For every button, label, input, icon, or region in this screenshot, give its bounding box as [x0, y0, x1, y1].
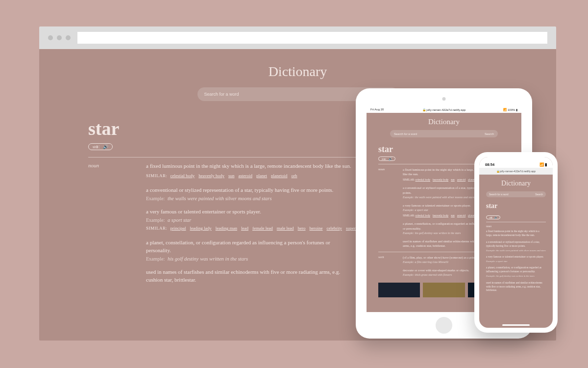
similar-tag[interactable]: heroine	[309, 226, 322, 231]
site-title: Dictionary	[88, 64, 507, 79]
status-battery: 📶 100% ▮	[503, 108, 517, 111]
minimize-icon[interactable]	[57, 35, 62, 40]
phonetic-pill[interactable]: stɑː 🔊	[486, 215, 500, 219]
definition-item: used in names of starfishes and similar …	[146, 268, 352, 284]
phone-url-bar[interactable]: 🔒 jolly-raman-422e7d.netlify.app	[479, 168, 553, 175]
search-button[interactable]: Search	[485, 132, 494, 135]
part-of-speech: verb	[378, 255, 388, 281]
definition-item: a fixed luminous point in the night sky …	[146, 162, 352, 180]
similar-row: SIMILAR:celestial bodyheavenly bodysunas…	[146, 172, 352, 180]
definition-list: a fixed luminous point in the night sky …	[486, 230, 546, 292]
definition-item: a fixed luminous point in the night sky …	[486, 230, 546, 237]
phonetic-pill[interactable]: stɑː 🔊	[88, 143, 113, 150]
result-image[interactable]	[423, 283, 465, 297]
tablet-camera-icon	[442, 97, 446, 101]
definition-text: a fixed luminous point in the night sky …	[146, 162, 352, 170]
speaker-icon[interactable]: 🔊	[389, 157, 392, 160]
similar-tag[interactable]: male lead	[277, 226, 294, 231]
search-placeholder: Search for a word	[489, 193, 535, 196]
part-of-speech: noun	[378, 167, 388, 252]
phonetic-pill[interactable]: stɑː 🔊	[378, 157, 395, 161]
similar-tag[interactable]: heavenly body	[198, 173, 224, 178]
definition-item: used in names of starfishes and similar …	[486, 281, 546, 293]
similar-tag[interactable]: asteroid	[239, 173, 253, 178]
home-button[interactable]	[436, 317, 452, 334]
status-date: Fri Aug 20	[370, 108, 384, 111]
example-text: Example: his golf destiny was written in…	[146, 256, 352, 262]
definition-list: a fixed luminous point in the night sky …	[146, 162, 352, 291]
part-of-speech: noun	[88, 162, 107, 291]
example-text: Example: the walls were painted with sil…	[146, 196, 352, 201]
similar-tag[interactable]: planetoid	[271, 173, 288, 178]
similar-tag[interactable]: lead	[241, 226, 248, 231]
home-indicator[interactable]	[502, 324, 530, 326]
browser-chrome	[39, 26, 556, 49]
site-title: Dictionary	[378, 118, 510, 126]
divider	[486, 222, 546, 222]
url-bar[interactable]	[77, 32, 547, 44]
similar-tag[interactable]: celebrity	[326, 226, 342, 231]
similar-tag[interactable]: planet	[256, 173, 267, 178]
similar-tag[interactable]: female lead	[252, 226, 273, 231]
search-bar[interactable]: Search for a word Search	[390, 130, 498, 137]
site-title: Dictionary	[486, 180, 546, 187]
definition-text: used in names of starfishes and similar …	[146, 268, 352, 284]
phone-notch	[499, 152, 533, 161]
definition-item: a very famous or talented entertainer or…	[486, 255, 546, 263]
definition-item: a very famous or talented entertainer or…	[146, 208, 352, 232]
search-placeholder: Search for a word	[394, 132, 485, 135]
definition-text: a very famous or talented entertainer or…	[146, 208, 352, 216]
search-placeholder: Search for a word	[204, 92, 377, 97]
similar-tag[interactable]: orb	[292, 173, 297, 178]
maximize-icon[interactable]	[66, 35, 71, 40]
window-controls	[48, 35, 71, 40]
search-bar[interactable]: Search for a word Search	[486, 191, 546, 197]
phonetic-text: stɑː	[93, 144, 100, 149]
phone-frame: 08:54 📶 ▮ 🔒 jolly-raman-422e7d.netlify.a…	[474, 152, 558, 333]
search-button[interactable]: Search	[535, 193, 543, 196]
similar-tag[interactable]: leading man	[216, 226, 237, 231]
definition-item: a planet, constellation, or configuratio…	[486, 266, 546, 278]
similar-tag[interactable]: sun	[228, 173, 235, 178]
similar-tag[interactable]: principal	[171, 226, 186, 231]
status-time: 08:54	[485, 162, 494, 167]
phone-screen: 08:54 📶 ▮ 🔒 jolly-raman-422e7d.netlify.a…	[479, 157, 553, 328]
similar-tag[interactable]: celestial body	[171, 173, 195, 178]
definition-item: a planet, constellation, or configuratio…	[146, 239, 352, 262]
tablet-status-bar: Fri Aug 20 🔒 jolly-raman-422e7d.netlify.…	[367, 106, 521, 113]
similar-row: SIMILAR:principalleading ladyleading man…	[146, 225, 352, 232]
status-icons: 📶 ▮	[539, 162, 547, 167]
speaker-icon[interactable]: 🔊	[103, 144, 108, 149]
speaker-icon[interactable]: 🔊	[494, 216, 497, 219]
result-image[interactable]	[378, 283, 420, 297]
definition-item: a conventional or stylized representatio…	[146, 186, 352, 201]
similar-tag[interactable]: leading lady	[190, 226, 212, 231]
definition-text: a conventional or stylized representatio…	[146, 186, 352, 194]
close-icon[interactable]	[48, 35, 53, 40]
example-text: Example: a sport star	[146, 217, 352, 223]
word-heading: star	[486, 202, 546, 210]
definition-text: a planet, constellation, or configuratio…	[146, 239, 352, 255]
similar-tag[interactable]: hero	[297, 226, 305, 231]
part-of-speech: noun	[486, 225, 546, 228]
tablet-url: 🔒 jolly-raman-422e7d.netlify.app	[422, 108, 466, 111]
definition-item: a conventional or stylized representatio…	[486, 240, 546, 252]
